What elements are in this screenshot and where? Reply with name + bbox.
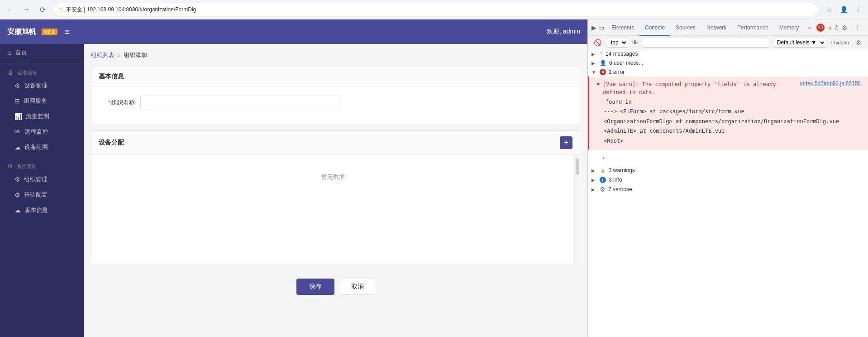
sidebar-system-label: 系统管理 xyxy=(17,163,37,170)
sidebar-item-device-mgmt[interactable]: ⚙ 设备管理 xyxy=(0,78,84,93)
sidebar-section-system[interactable]: ⚙ 系统管理 xyxy=(0,159,84,172)
device-mgmt-icon: ⚙ xyxy=(14,82,20,89)
info-label: 3 info xyxy=(609,177,622,183)
basic-info-body: *组织名称 xyxy=(91,87,580,125)
sidebar-remote-label: 远程监控 xyxy=(24,128,48,136)
org-mgmt-icon: ⚙ xyxy=(14,176,20,183)
devtools-close-button[interactable]: ✕ xyxy=(864,22,868,34)
security-icon: ⚠ xyxy=(58,6,63,13)
error-source-link[interactable]: index.5d7abb92.js:85158 xyxy=(800,80,861,87)
reload-button[interactable]: ⟳ xyxy=(36,3,49,16)
sidebar-network-label: 组网服务 xyxy=(24,97,47,105)
section-with-add: 设备分配 + xyxy=(99,136,572,149)
console-group-user[interactable]: ▶ 👤 6 user mess... xyxy=(588,58,868,67)
sidebar-item-remote[interactable]: 👁 远程监控 xyxy=(0,124,84,140)
expand-arrow-info: ▶ xyxy=(591,178,597,183)
console-clear-button[interactable]: 🚫 xyxy=(591,37,603,48)
org-name-input[interactable] xyxy=(140,96,339,110)
empty-data-text: 暂无数据 xyxy=(91,155,574,264)
trace-line-4: <Root> xyxy=(604,136,861,146)
devtools-right-icons: ✕ 1 ▲ 2 ⚙ ⋮ ✕ xyxy=(816,22,868,34)
console-scope-select[interactable]: top xyxy=(607,38,628,48)
warnings-label: 3 warnings xyxy=(609,167,635,173)
console-filter-input[interactable] xyxy=(642,38,769,48)
warning-count-text: 2 xyxy=(835,24,838,31)
account-button[interactable]: 👤 xyxy=(837,3,850,16)
verbose-icon: ⚙ xyxy=(600,186,606,193)
sidebar-item-basic-config[interactable]: ⚙ 基础配置 xyxy=(0,187,84,202)
welcome-text: 欢迎, admin xyxy=(547,28,580,36)
bookmark-button[interactable]: ☆ xyxy=(823,3,835,16)
eye-button[interactable]: 👁 xyxy=(632,39,638,46)
tab-memory[interactable]: Memory xyxy=(774,19,804,36)
expand-more-arrow[interactable]: › xyxy=(595,152,861,164)
devtools-more-button[interactable]: ⋮ xyxy=(851,22,863,34)
console-group-verbose[interactable]: ▶ ⚙ 7 verbose xyxy=(588,184,868,194)
sidebar-org-label: 组织管理 xyxy=(24,175,48,183)
console-toolbar: 🚫 top 👁 Default levels ▼ 7 hidden ⚙ xyxy=(588,36,868,49)
error-label: 1 error xyxy=(609,69,625,75)
browser-actions: ☆ 👤 ⋮ xyxy=(823,3,864,16)
save-button[interactable]: 保存 xyxy=(296,279,334,295)
table-scrollbar[interactable] xyxy=(574,155,580,264)
error-icon-badge: ✕ xyxy=(600,69,606,75)
scrollbar-thumb xyxy=(576,159,579,175)
device-section-title: 设备分配 xyxy=(99,139,124,147)
user-messages-label: 6 user mess... xyxy=(609,60,643,66)
sidebar-divider-2 xyxy=(0,157,84,157)
basic-info-header: 基本信息 xyxy=(91,67,580,87)
ops-icon: 🖥 xyxy=(7,69,14,76)
breadcrumb-parent-link[interactable]: 组织列表 xyxy=(91,51,114,59)
error-message-text: [Vue warn]: The computed property "field… xyxy=(603,80,797,96)
breadcrumb: 组织列表 > 组织添加 xyxy=(91,51,580,59)
tab-network[interactable]: Network xyxy=(701,19,732,36)
console-group-warnings[interactable]: ▶ ▲ 3 warnings xyxy=(588,165,868,175)
sidebar-item-org-mgmt[interactable]: ⚙ 组织管理 xyxy=(0,172,84,187)
expand-arrow-user: ▶ xyxy=(591,61,597,66)
sidebar-item-device-network[interactable]: ☁ 设备组网 xyxy=(0,140,84,155)
sidebar-ops-label: 运维服务 xyxy=(17,69,37,76)
info-icon-badge: i xyxy=(600,177,606,183)
system-icon: ⚙ xyxy=(7,163,13,170)
devtools-inspect-button[interactable]: ▶ xyxy=(591,22,596,34)
more-button[interactable]: ⋮ xyxy=(852,3,864,16)
console-level-select[interactable]: Default levels ▼ xyxy=(773,38,826,48)
tab-sources[interactable]: Sources xyxy=(670,19,701,36)
sidebar-item-network-service[interactable]: ⊞ 组网服务 xyxy=(0,93,84,109)
tab-performance[interactable]: Performance xyxy=(732,19,774,36)
sidebar-item-traffic[interactable]: 📊 流量监测 xyxy=(0,109,84,124)
console-group-info[interactable]: ▶ i 3 info xyxy=(588,175,868,184)
devtools-device-button[interactable]: ▭ xyxy=(598,22,604,34)
expand-arrow-warnings: ▶ xyxy=(591,168,597,173)
basic-info-section: 基本信息 *组织名称 xyxy=(91,67,580,125)
cancel-button[interactable]: 取消 xyxy=(340,279,375,295)
add-device-button[interactable]: + xyxy=(560,136,572,149)
app-header: 安徽旭帆 V2.1 ≡ 欢迎, admin xyxy=(0,19,587,44)
devtools-settings-button[interactable]: ⚙ xyxy=(839,22,850,34)
forward-button[interactable]: → xyxy=(20,3,33,16)
menu-toggle-button[interactable]: ≡ xyxy=(63,25,72,39)
error-group-header[interactable]: ▼ ✕ 1 error xyxy=(588,67,868,77)
tab-console[interactable]: Console xyxy=(639,19,670,36)
traffic-icon: 📊 xyxy=(14,113,22,120)
trace-line-1: ---> <ElForm> at packages/form/src/form.… xyxy=(604,107,861,117)
app-logo: 安徽旭帆 xyxy=(7,27,36,37)
list-icon: ≡ xyxy=(600,51,603,57)
sidebar-section-ops[interactable]: 🖥 运维服务 xyxy=(0,65,84,78)
back-button[interactable]: ← xyxy=(4,3,16,16)
sidebar-item-home[interactable]: ⌂ 首页 xyxy=(0,44,84,61)
expand-arrow-error: ▼ xyxy=(591,70,597,75)
devtools-panel: ▶ ▭ Elements Console Sources Network Per… xyxy=(587,19,868,337)
browser-toolbar: ← → ⟳ ⚠ 不安全 | 192.168.99.104:8080/#/orga… xyxy=(0,0,868,19)
messages-label: 14 messages xyxy=(606,51,638,57)
found-in-text: found in xyxy=(606,99,632,105)
console-settings-button[interactable]: ⚙ xyxy=(853,37,864,48)
tab-more-button[interactable]: » xyxy=(804,19,815,36)
address-bar[interactable]: ⚠ 不安全 | 192.168.99.104:8080/#/organizati… xyxy=(52,3,819,16)
url-text: 不安全 | 192.168.99.104:8080/#/organization… xyxy=(66,6,813,14)
sidebar-item-version[interactable]: ☁ 版本信息 xyxy=(0,202,84,218)
network-icon: ⊞ xyxy=(14,97,20,105)
tab-elements[interactable]: Elements xyxy=(606,19,639,36)
console-group-messages[interactable]: ▶ ≡ 14 messages xyxy=(588,49,868,58)
app-body: ⌂ 首页 🖥 运维服务 ⚙ 设备管理 ⊞ 组网服务 📊 xyxy=(0,44,587,337)
